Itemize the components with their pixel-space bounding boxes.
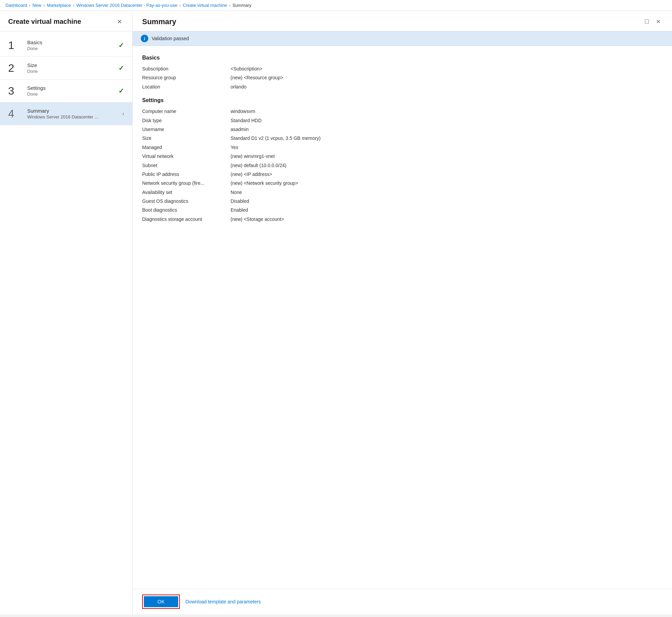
breadcrumb-current: Summary bbox=[232, 3, 251, 8]
size-label: Size bbox=[142, 134, 231, 142]
username-row: Username asadmin bbox=[142, 126, 662, 133]
breadcrumb-dashboard[interactable]: Dashboard bbox=[5, 3, 27, 8]
step-2-status: Done bbox=[27, 69, 118, 74]
summary-content: Basics Subscription <Subscription> Resou… bbox=[133, 46, 672, 589]
computer-name-label: Computer name bbox=[142, 108, 231, 115]
nsg-value: (new) <Network security group> bbox=[231, 179, 298, 187]
step-2-name: Size bbox=[27, 62, 118, 68]
ok-button[interactable]: OK bbox=[144, 596, 178, 607]
validation-text: Validation passed bbox=[152, 36, 189, 41]
username-value: asadmin bbox=[231, 126, 249, 133]
breadcrumb-sep-1: › bbox=[29, 3, 31, 8]
location-label: Location bbox=[142, 83, 231, 91]
step-1-status: Done bbox=[27, 46, 118, 51]
step-4-number: 4 bbox=[8, 108, 24, 119]
step-3-info: Settings Done bbox=[27, 85, 118, 97]
breadcrumb-product[interactable]: Windows Server 2016 Datacenter - Pay-as-… bbox=[76, 3, 177, 8]
step-4-chevron-icon: › bbox=[122, 111, 124, 117]
right-footer: OK Download template and parameters bbox=[133, 589, 672, 614]
location-row: Location orlando bbox=[142, 83, 662, 91]
step-2-item[interactable]: 2 Size Done ✓ bbox=[0, 57, 132, 80]
diagnostics-storage-row: Diagnostics storage account (new) <Stora… bbox=[142, 215, 662, 223]
virtual-network-row: Virtual network (new) winvmrg1-vnet bbox=[142, 152, 662, 160]
step-1-checkmark-icon: ✓ bbox=[118, 41, 124, 49]
step-4-name: Summary bbox=[27, 108, 122, 114]
computer-name-value: windowsvm bbox=[231, 108, 255, 115]
breadcrumb-new[interactable]: New bbox=[33, 3, 41, 8]
public-ip-label: Public IP address bbox=[142, 171, 231, 178]
size-value: Standard D1 v2 (1 vcpus, 3.5 GB memory) bbox=[231, 134, 321, 142]
basics-section-title: Basics bbox=[142, 55, 662, 61]
steps-list: 1 Basics Done ✓ 2 Size Done ✓ 3 bbox=[0, 31, 132, 614]
subnet-row: Subnet (new) default (10.0.0.0/24) bbox=[142, 162, 662, 169]
availability-set-label: Availability set bbox=[142, 189, 231, 196]
step-4-item[interactable]: 4 Summary Windows Server 2016 Datacenter… bbox=[0, 102, 132, 125]
guest-os-diagnostics-label: Guest OS diagnostics bbox=[142, 197, 231, 205]
step-3-status: Done bbox=[27, 92, 118, 97]
managed-label: Managed bbox=[142, 144, 231, 151]
managed-value: Yes bbox=[231, 144, 238, 151]
step-3-number: 3 bbox=[8, 85, 24, 96]
virtual-network-label: Virtual network bbox=[142, 152, 231, 160]
diagnostics-storage-value: (new) <Storage account> bbox=[231, 215, 284, 223]
public-ip-value: (new) <IP address> bbox=[231, 171, 272, 178]
settings-section-title: Settings bbox=[142, 97, 662, 103]
disk-type-row: Disk type Standard HDD bbox=[142, 117, 662, 124]
step-2-info: Size Done bbox=[27, 62, 118, 74]
breadcrumb-marketplace[interactable]: Marketplace bbox=[47, 3, 71, 8]
maximize-button[interactable]: ☐ bbox=[642, 17, 651, 26]
panel-title: Create virtual machine bbox=[8, 18, 81, 26]
diagnostics-storage-label: Diagnostics storage account bbox=[142, 215, 231, 223]
ok-button-wrapper: OK bbox=[142, 595, 180, 609]
step-1-item[interactable]: 1 Basics Done ✓ bbox=[0, 34, 132, 57]
nsg-label: Network security group (fire... bbox=[142, 179, 231, 187]
guest-os-diagnostics-value: Disabled bbox=[231, 197, 249, 205]
step-4-status: Windows Server 2016 Datacenter ... bbox=[27, 114, 122, 119]
main-layout: Create virtual machine ✕ 1 Basics Done ✓… bbox=[0, 11, 672, 614]
boot-diagnostics-label: Boot diagnostics bbox=[142, 206, 231, 214]
breadcrumb: Dashboard › New › Marketplace › Windows … bbox=[0, 0, 672, 11]
left-panel: Create virtual machine ✕ 1 Basics Done ✓… bbox=[0, 11, 133, 614]
step-1-name: Basics bbox=[27, 39, 118, 45]
size-row: Size Standard D1 v2 (1 vcpus, 3.5 GB mem… bbox=[142, 134, 662, 142]
location-value: orlando bbox=[231, 83, 247, 91]
breadcrumb-sep-4: › bbox=[179, 3, 181, 8]
right-panel-actions: ☐ ✕ bbox=[642, 17, 662, 26]
boot-diagnostics-row: Boot diagnostics Enabled bbox=[142, 206, 662, 214]
step-1-info: Basics Done bbox=[27, 39, 118, 51]
step-3-name: Settings bbox=[27, 85, 118, 91]
managed-row: Managed Yes bbox=[142, 144, 662, 151]
left-panel-close-button[interactable]: ✕ bbox=[115, 18, 124, 26]
download-template-link[interactable]: Download template and parameters bbox=[185, 599, 261, 604]
nsg-row: Network security group (fire... (new) <N… bbox=[142, 179, 662, 187]
right-panel-title: Summary bbox=[142, 17, 176, 26]
right-header: Summary ☐ ✕ bbox=[133, 11, 672, 31]
disk-type-value: Standard HDD bbox=[231, 117, 262, 124]
step-2-number: 2 bbox=[8, 63, 24, 74]
step-4-info: Summary Windows Server 2016 Datacenter .… bbox=[27, 108, 122, 119]
subnet-value: (new) default (10.0.0.0/24) bbox=[231, 162, 286, 169]
breadcrumb-sep-5: › bbox=[229, 3, 230, 8]
step-3-checkmark-icon: ✓ bbox=[118, 87, 124, 95]
panel-header: Create virtual machine ✕ bbox=[0, 11, 132, 31]
virtual-network-value: (new) winvmrg1-vnet bbox=[231, 152, 275, 160]
computer-name-row: Computer name windowsvm bbox=[142, 108, 662, 115]
subnet-label: Subnet bbox=[142, 162, 231, 169]
resource-group-value: (new) <Resource group> bbox=[231, 74, 283, 81]
validation-banner: i Validation passed bbox=[133, 31, 672, 46]
public-ip-row: Public IP address (new) <IP address> bbox=[142, 171, 662, 178]
username-label: Username bbox=[142, 126, 231, 133]
disk-type-label: Disk type bbox=[142, 117, 231, 124]
guest-os-diagnostics-row: Guest OS diagnostics Disabled bbox=[142, 197, 662, 205]
right-panel-close-button[interactable]: ✕ bbox=[654, 17, 662, 26]
subscription-value: <Subscription> bbox=[231, 65, 262, 72]
step-1-number: 1 bbox=[8, 40, 24, 51]
step-3-item[interactable]: 3 Settings Done ✓ bbox=[0, 80, 132, 102]
breadcrumb-create-vm[interactable]: Create virtual machine bbox=[183, 3, 227, 8]
availability-set-value: None bbox=[231, 189, 242, 196]
subscription-row: Subscription <Subscription> bbox=[142, 65, 662, 72]
availability-set-row: Availability set None bbox=[142, 189, 662, 196]
boot-diagnostics-value: Enabled bbox=[231, 206, 248, 214]
resource-group-row: Resource group (new) <Resource group> bbox=[142, 74, 662, 81]
info-icon: i bbox=[141, 35, 148, 42]
